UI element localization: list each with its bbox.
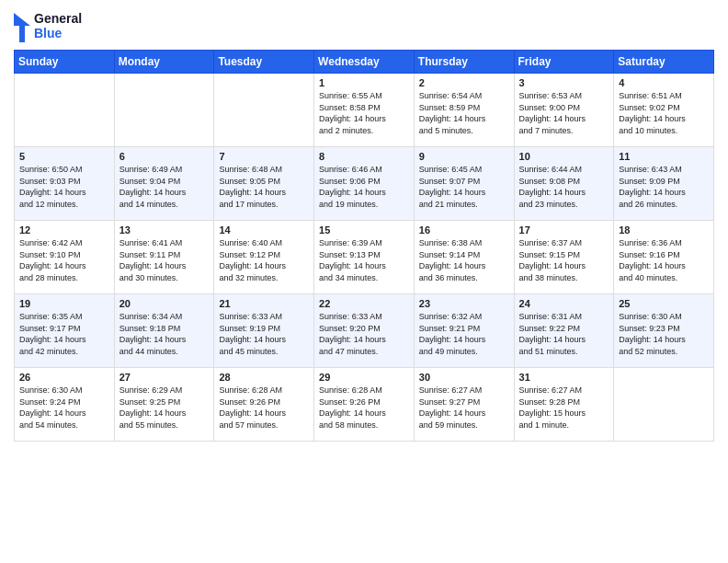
day-number: 3 bbox=[519, 77, 609, 88]
calendar-week-row: 5Sunrise: 6:50 AM Sunset: 9:03 PM Daylig… bbox=[15, 147, 714, 221]
calendar-cell: 17Sunrise: 6:37 AM Sunset: 9:15 PM Dayli… bbox=[514, 221, 614, 294]
calendar-day-header: Tuesday bbox=[214, 51, 314, 74]
logo: General Blue bbox=[14, 9, 82, 42]
day-info: Sunrise: 6:37 AM Sunset: 9:15 PM Dayligh… bbox=[519, 237, 609, 283]
calendar-cell: 5Sunrise: 6:50 AM Sunset: 9:03 PM Daylig… bbox=[15, 147, 115, 221]
calendar-cell: 8Sunrise: 6:46 AM Sunset: 9:06 PM Daylig… bbox=[314, 147, 415, 221]
day-number: 28 bbox=[219, 372, 309, 383]
calendar-day-header: Saturday bbox=[614, 51, 714, 74]
calendar-cell: 19Sunrise: 6:35 AM Sunset: 9:17 PM Dayli… bbox=[15, 294, 115, 368]
day-info: Sunrise: 6:28 AM Sunset: 9:26 PM Dayligh… bbox=[219, 385, 309, 431]
calendar-cell: 31Sunrise: 6:27 AM Sunset: 9:28 PM Dayli… bbox=[514, 368, 614, 442]
day-info: Sunrise: 6:30 AM Sunset: 9:24 PM Dayligh… bbox=[19, 385, 109, 431]
day-info: Sunrise: 6:32 AM Sunset: 9:21 PM Dayligh… bbox=[419, 311, 509, 357]
day-number: 10 bbox=[519, 151, 609, 162]
calendar-table: SundayMondayTuesdayWednesdayThursdayFrid… bbox=[14, 50, 714, 442]
day-info: Sunrise: 6:54 AM Sunset: 8:59 PM Dayligh… bbox=[419, 90, 509, 136]
day-number: 19 bbox=[19, 298, 109, 309]
day-info: Sunrise: 6:46 AM Sunset: 9:06 PM Dayligh… bbox=[319, 164, 409, 210]
day-info: Sunrise: 6:41 AM Sunset: 9:11 PM Dayligh… bbox=[119, 237, 210, 283]
day-info: Sunrise: 6:49 AM Sunset: 9:04 PM Dayligh… bbox=[119, 164, 210, 210]
logo-triangle-icon bbox=[14, 9, 32, 42]
day-number: 13 bbox=[119, 224, 210, 236]
day-number: 9 bbox=[419, 151, 509, 162]
day-info: Sunrise: 6:36 AM Sunset: 9:16 PM Dayligh… bbox=[619, 237, 709, 283]
calendar-cell: 1Sunrise: 6:55 AM Sunset: 8:58 PM Daylig… bbox=[314, 74, 415, 147]
logo-general-text: General bbox=[34, 11, 82, 26]
day-info: Sunrise: 6:43 AM Sunset: 9:09 PM Dayligh… bbox=[619, 164, 709, 210]
day-number: 16 bbox=[419, 224, 509, 236]
day-number: 26 bbox=[19, 372, 109, 383]
day-info: Sunrise: 6:33 AM Sunset: 9:20 PM Dayligh… bbox=[319, 311, 409, 357]
day-number: 20 bbox=[119, 298, 210, 309]
calendar-day-header: Friday bbox=[514, 51, 614, 74]
calendar-cell: 2Sunrise: 6:54 AM Sunset: 8:59 PM Daylig… bbox=[414, 74, 514, 147]
day-number: 11 bbox=[619, 151, 709, 162]
day-info: Sunrise: 6:39 AM Sunset: 9:13 PM Dayligh… bbox=[319, 237, 409, 283]
calendar-cell bbox=[114, 74, 214, 147]
calendar-cell: 24Sunrise: 6:31 AM Sunset: 9:22 PM Dayli… bbox=[514, 294, 614, 368]
logo-blue-text: Blue bbox=[34, 26, 82, 40]
day-info: Sunrise: 6:55 AM Sunset: 8:58 PM Dayligh… bbox=[319, 90, 409, 136]
calendar-cell: 23Sunrise: 6:32 AM Sunset: 9:21 PM Dayli… bbox=[414, 294, 514, 368]
calendar-cell: 27Sunrise: 6:29 AM Sunset: 9:25 PM Dayli… bbox=[114, 368, 214, 442]
calendar-week-row: 26Sunrise: 6:30 AM Sunset: 9:24 PM Dayli… bbox=[15, 368, 714, 442]
page-header: General Blue bbox=[14, 9, 714, 42]
day-info: Sunrise: 6:27 AM Sunset: 9:28 PM Dayligh… bbox=[519, 385, 609, 431]
calendar-cell: 12Sunrise: 6:42 AM Sunset: 9:10 PM Dayli… bbox=[15, 221, 115, 294]
calendar-cell: 3Sunrise: 6:53 AM Sunset: 9:00 PM Daylig… bbox=[514, 74, 614, 147]
calendar-cell: 4Sunrise: 6:51 AM Sunset: 9:02 PM Daylig… bbox=[614, 74, 714, 147]
day-number: 7 bbox=[219, 151, 309, 162]
calendar-cell: 14Sunrise: 6:40 AM Sunset: 9:12 PM Dayli… bbox=[214, 221, 314, 294]
calendar-week-row: 19Sunrise: 6:35 AM Sunset: 9:17 PM Dayli… bbox=[15, 294, 714, 368]
day-number: 8 bbox=[319, 151, 409, 162]
day-info: Sunrise: 6:30 AM Sunset: 9:23 PM Dayligh… bbox=[619, 311, 709, 357]
calendar-cell: 10Sunrise: 6:44 AM Sunset: 9:08 PM Dayli… bbox=[514, 147, 614, 221]
day-number: 29 bbox=[319, 372, 409, 383]
day-number: 25 bbox=[619, 298, 709, 309]
calendar-cell: 13Sunrise: 6:41 AM Sunset: 9:11 PM Dayli… bbox=[114, 221, 214, 294]
calendar-cell: 21Sunrise: 6:33 AM Sunset: 9:19 PM Dayli… bbox=[214, 294, 314, 368]
calendar-header-row: SundayMondayTuesdayWednesdayThursdayFrid… bbox=[15, 51, 714, 74]
day-number: 4 bbox=[619, 77, 709, 88]
day-info: Sunrise: 6:45 AM Sunset: 9:07 PM Dayligh… bbox=[419, 164, 509, 210]
day-number: 31 bbox=[519, 372, 609, 383]
day-number: 2 bbox=[419, 77, 509, 88]
calendar-cell bbox=[15, 74, 115, 147]
calendar-cell: 28Sunrise: 6:28 AM Sunset: 9:26 PM Dayli… bbox=[214, 368, 314, 442]
calendar-day-header: Sunday bbox=[15, 51, 115, 74]
day-info: Sunrise: 6:40 AM Sunset: 9:12 PM Dayligh… bbox=[219, 237, 309, 283]
calendar-cell: 30Sunrise: 6:27 AM Sunset: 9:27 PM Dayli… bbox=[414, 368, 514, 442]
day-number: 23 bbox=[419, 298, 509, 309]
day-info: Sunrise: 6:38 AM Sunset: 9:14 PM Dayligh… bbox=[419, 237, 509, 283]
calendar-cell: 15Sunrise: 6:39 AM Sunset: 9:13 PM Dayli… bbox=[314, 221, 415, 294]
calendar-cell bbox=[614, 368, 714, 442]
day-info: Sunrise: 6:42 AM Sunset: 9:10 PM Dayligh… bbox=[19, 237, 109, 283]
day-number: 14 bbox=[219, 224, 309, 236]
day-info: Sunrise: 6:33 AM Sunset: 9:19 PM Dayligh… bbox=[219, 311, 309, 357]
day-number: 27 bbox=[119, 372, 210, 383]
logo: General Blue bbox=[14, 9, 82, 42]
calendar-cell: 6Sunrise: 6:49 AM Sunset: 9:04 PM Daylig… bbox=[114, 147, 214, 221]
calendar-cell: 25Sunrise: 6:30 AM Sunset: 9:23 PM Dayli… bbox=[614, 294, 714, 368]
day-info: Sunrise: 6:27 AM Sunset: 9:27 PM Dayligh… bbox=[419, 385, 509, 431]
calendar-cell: 20Sunrise: 6:34 AM Sunset: 9:18 PM Dayli… bbox=[114, 294, 214, 368]
calendar-week-row: 12Sunrise: 6:42 AM Sunset: 9:10 PM Dayli… bbox=[15, 221, 714, 294]
day-info: Sunrise: 6:34 AM Sunset: 9:18 PM Dayligh… bbox=[119, 311, 210, 357]
calendar-cell: 29Sunrise: 6:28 AM Sunset: 9:26 PM Dayli… bbox=[314, 368, 415, 442]
svg-marker-0 bbox=[14, 13, 30, 42]
day-number: 5 bbox=[19, 151, 109, 162]
day-info: Sunrise: 6:50 AM Sunset: 9:03 PM Dayligh… bbox=[19, 164, 109, 210]
day-number: 6 bbox=[119, 151, 210, 162]
day-number: 12 bbox=[19, 224, 109, 236]
day-number: 15 bbox=[319, 224, 409, 236]
calendar-cell: 7Sunrise: 6:48 AM Sunset: 9:05 PM Daylig… bbox=[214, 147, 314, 221]
day-info: Sunrise: 6:53 AM Sunset: 9:00 PM Dayligh… bbox=[519, 90, 609, 136]
calendar-day-header: Thursday bbox=[414, 51, 514, 74]
day-info: Sunrise: 6:35 AM Sunset: 9:17 PM Dayligh… bbox=[19, 311, 109, 357]
calendar-day-header: Monday bbox=[114, 51, 214, 74]
day-number: 22 bbox=[319, 298, 409, 309]
calendar-cell: 22Sunrise: 6:33 AM Sunset: 9:20 PM Dayli… bbox=[314, 294, 415, 368]
day-info: Sunrise: 6:51 AM Sunset: 9:02 PM Dayligh… bbox=[619, 90, 709, 136]
calendar-cell bbox=[214, 74, 314, 147]
